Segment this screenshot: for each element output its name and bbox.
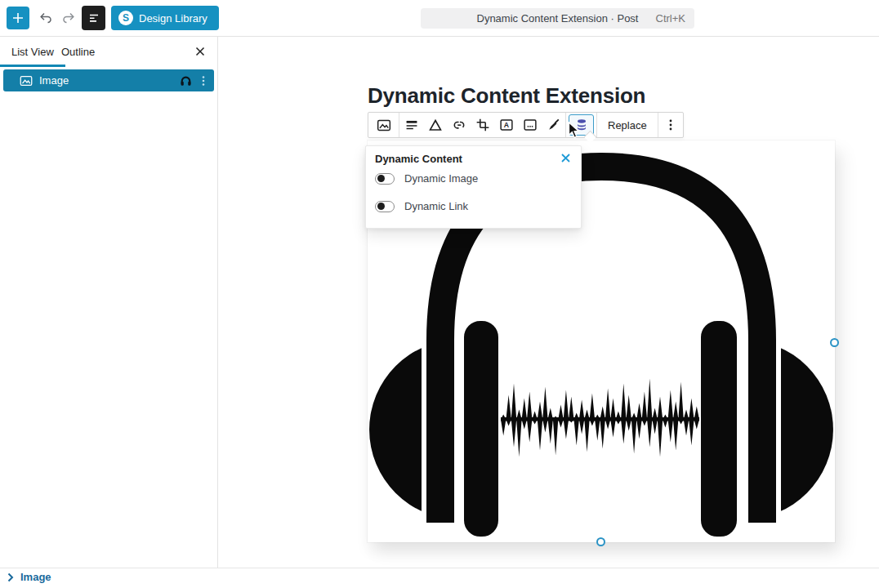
headphones-thumbnail-icon (179, 74, 193, 87)
list-view-item-image[interactable]: Image (3, 69, 214, 91)
post-title-heading[interactable]: Dynamic Content Extension (368, 83, 711, 109)
link-button[interactable] (447, 113, 471, 137)
undo-button[interactable] (34, 7, 57, 29)
image-icon (375, 116, 393, 134)
block-type-image-button[interactable] (368, 113, 399, 137)
popover-title: Dynamic Content (375, 153, 462, 165)
alignment-icon (403, 116, 421, 134)
popover-close-button[interactable] (560, 152, 571, 163)
list-view-item-label: Image (39, 74, 69, 87)
command-shortcut: Ctrl+K (656, 12, 685, 24)
block-options-button[interactable] (658, 113, 683, 137)
duotone-filter-icon (426, 116, 444, 134)
dynamic-image-toggle[interactable] (375, 173, 395, 185)
options-icon (665, 118, 676, 132)
list-view-panel: List View Outline Image (0, 37, 218, 568)
chevron-right-icon (7, 572, 14, 582)
caption-button[interactable] (518, 113, 542, 137)
redo-button[interactable] (57, 7, 80, 29)
replace-button[interactable]: Replace (597, 113, 658, 137)
breadcrumb-bar: Image (0, 568, 879, 588)
command-center-bar[interactable]: Dynamic Content Extension · Post Ctrl+K (421, 8, 694, 29)
image-block-icon (19, 74, 33, 88)
tab-outline-label: Outline (61, 46, 95, 58)
list-view-icon (86, 10, 102, 26)
link-icon (450, 116, 468, 134)
close-list-view-button[interactable] (194, 46, 206, 57)
alignment-button[interactable] (399, 113, 423, 137)
replace-label: Replace (608, 119, 647, 131)
document-overview-button[interactable] (82, 6, 105, 30)
tab-list-view-label: List View (11, 46, 54, 58)
copy-style-icon (545, 116, 563, 134)
image-block-toolbar: A Replace (368, 112, 684, 138)
undo-icon (38, 10, 54, 26)
dynamic-link-label: Dynamic Link (404, 200, 468, 212)
text-overlay-button[interactable]: A (494, 113, 518, 137)
plus-icon (11, 11, 25, 25)
duotone-filter-button[interactable] (423, 113, 447, 137)
copy-style-button[interactable] (542, 113, 565, 137)
item-options-icon[interactable] (198, 74, 209, 87)
top-toolbar: S Design Library Dynamic Content Extensi… (0, 0, 879, 37)
document-title: Dynamic Content Extension · Post (477, 12, 639, 24)
design-library-label: Design Library (139, 12, 207, 24)
dynamic-link-toggle[interactable] (375, 201, 395, 212)
caption-icon (521, 116, 539, 134)
list-view-tabs: List View Outline (0, 37, 217, 67)
close-icon (560, 153, 571, 163)
redo-icon (60, 10, 77, 26)
text-overlay-icon: A (498, 116, 515, 134)
resize-handle-bottom[interactable] (596, 537, 605, 546)
add-block-button[interactable] (7, 7, 29, 29)
crop-icon (474, 116, 492, 134)
breadcrumb[interactable]: Image (7, 571, 51, 583)
tab-outline[interactable]: Outline (52, 37, 104, 67)
stackable-logo-icon: S (118, 11, 133, 25)
dynamic-content-popover: Dynamic Content Dynamic Image Dynamic Li… (365, 145, 582, 229)
close-icon (194, 46, 206, 57)
svg-text:A: A (503, 121, 509, 129)
design-library-button[interactable]: S Design Library (111, 6, 219, 30)
crop-button[interactable] (471, 113, 494, 137)
resize-handle-right[interactable] (830, 338, 839, 347)
mouse-cursor (568, 122, 581, 140)
dynamic-image-label: Dynamic Image (404, 172, 478, 185)
breadcrumb-block-label: Image (20, 571, 51, 583)
